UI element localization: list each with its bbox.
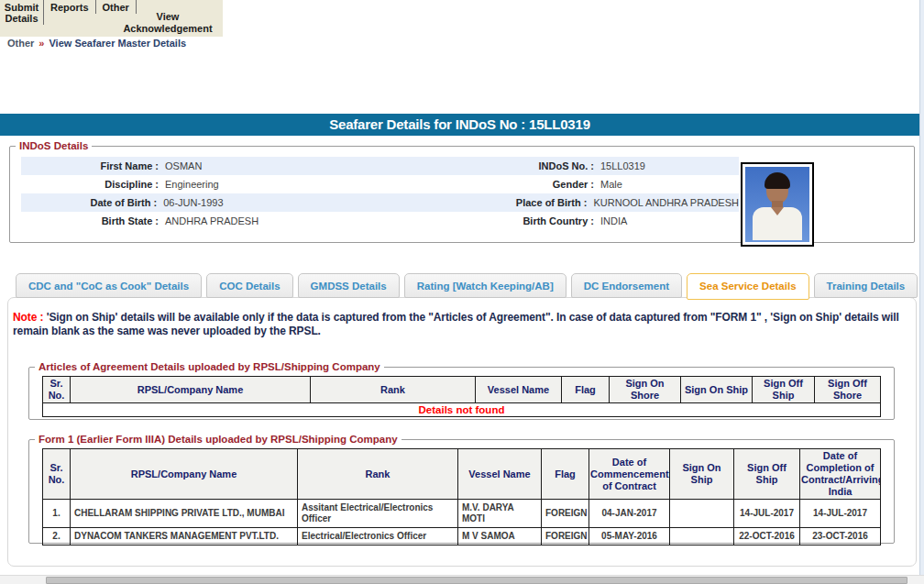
col-header-sign-on-shore: Sign On Shore <box>610 377 681 403</box>
completion-cell: 14-JUL-2017 <box>800 500 881 528</box>
form1-table-wrap: Sr. No. RPSL/Company Name Rank Vessel Na… <box>42 448 881 545</box>
tab-gmdss-details[interactable]: GMDSS Details <box>298 273 400 298</box>
flag-cell: FOREIGN <box>542 500 589 528</box>
horizontal-scrollbar-thumb[interactable] <box>46 577 908 584</box>
top-menu-bar: Submit Details Reports Other View Acknow… <box>0 0 223 37</box>
detail-row: Date of Birth : 06-JUN-1993 Place of Bir… <box>21 193 739 212</box>
breadcrumb-separator-icon: » <box>38 38 44 49</box>
col-header-sr-no: Sr. No. <box>43 449 71 500</box>
commencement-cell: 04-JAN-2017 <box>589 500 670 528</box>
sr-no-cell: 2. <box>43 528 71 545</box>
sign-off-ship-cell: 22-OCT-2016 <box>734 528 800 545</box>
articles-of-agreement-fieldset: Articles of Agreement Details uploaded b… <box>28 361 895 420</box>
first-name-value: OSMAN <box>163 157 461 175</box>
col-header-rank: Rank <box>298 449 458 500</box>
tab-sea-service-details[interactable]: Sea Service Details <box>687 273 809 300</box>
date-of-birth-label: Date of Birth : <box>21 193 161 212</box>
indos-details-legend: INDoS Details <box>16 140 92 151</box>
gender-value: Male <box>599 175 739 193</box>
sign-off-ship-cell: 14-JUL-2017 <box>734 500 800 528</box>
col-header-sign-off-ship: Sign Off Ship <box>734 449 800 500</box>
col-header-sign-off-ship: Sign Off Ship <box>753 377 815 403</box>
birth-country-label: Birth Country : <box>461 212 599 230</box>
place-of-birth-value: KURNOOL ANDHRA PRADESH <box>591 193 739 212</box>
articles-table-wrap: Sr. No. RPSL/Company Name Rank Vessel Na… <box>42 376 881 417</box>
indos-no-label: INDoS No. : <box>461 157 599 175</box>
empty-result-row: Details not found <box>43 403 881 417</box>
col-header-sign-on-ship: Sign On Ship <box>681 377 753 403</box>
tab-rating-watch-keeping-ab[interactable]: Rating [Watch Keeping/AB] <box>404 273 566 298</box>
commencement-cell: 05-MAY-2016 <box>589 528 670 545</box>
sea-service-tab-panel: Note : 'Sign on Ship' details will be av… <box>7 297 917 567</box>
indos-details-fieldset: INDoS Details First Name : OSMAN INDoS N… <box>9 140 915 243</box>
rank-cell: Electrical/Electronics Officer <box>298 528 458 545</box>
breadcrumb-other-link[interactable]: Other <box>7 38 34 49</box>
col-header-rpsl-company-name: RPSL/Company Name <box>71 377 311 403</box>
sr-no-cell: 1. <box>43 500 71 528</box>
horizontal-scrollbar[interactable] <box>0 575 924 584</box>
col-header-sign-off-shore: Sign Off Shore <box>815 377 881 403</box>
breadcrumb-current-page: View Seafarer Master Details <box>49 38 186 49</box>
birth-state-value: ANDHRA PRADESH <box>163 212 461 230</box>
note-body: 'Sign on Ship' details will be available… <box>13 311 899 337</box>
form1-fieldset: Form 1 (Earlier Form IIIA) Details uploa… <box>28 434 895 544</box>
photo-hair-shape <box>764 172 790 189</box>
discipline-value: Engineering <box>163 175 461 193</box>
table-row: 2. DYNACOM TANKERS MANAGEMENT PVT.LTD. E… <box>43 528 881 545</box>
col-header-vessel-name: Vessel Name <box>476 377 562 403</box>
vessel-cell: M V SAMOA <box>458 528 542 545</box>
tab-coc-details[interactable]: COC Details <box>206 273 292 298</box>
menu-item-reports[interactable]: Reports <box>44 0 96 14</box>
table-header-row: Sr. No. RPSL/Company Name Rank Vessel Na… <box>43 449 881 500</box>
gender-label: Gender : <box>461 175 599 193</box>
tab-bar: CDC and "CoC as Cook" Details COC Detail… <box>16 273 918 298</box>
page-title: Seafarer Details for INDoS No : 15LL0319 <box>0 114 919 136</box>
col-header-rpsl-company-name: RPSL/Company Name <box>71 449 298 500</box>
note-text: Note : 'Sign on Ship' details will be av… <box>13 311 909 338</box>
flag-cell: FOREIGN <box>542 528 589 545</box>
col-header-rank: Rank <box>311 377 476 403</box>
first-name-label: First Name : <box>21 157 163 175</box>
rank-cell: Assitant Electrical/Electronics Officer <box>298 500 458 528</box>
col-header-sr-no: Sr. No. <box>43 377 71 403</box>
tab-dc-endorsement[interactable]: DC Endorsement <box>571 273 682 298</box>
sign-on-ship-cell <box>670 500 734 528</box>
company-cell: CHELLARAM SHIPPING PRIVATE LTD., MUMBAI <box>71 500 298 528</box>
col-header-flag: Flag <box>542 449 589 500</box>
articles-of-agreement-legend: Articles of Agreement Details uploaded b… <box>35 361 384 372</box>
table-row: 1. CHELLARAM SHIPPING PRIVATE LTD., MUMB… <box>43 500 881 528</box>
detail-row: Discipline : Engineering Gender : Male <box>21 175 739 193</box>
detail-row: Birth State : ANDHRA PRADESH Birth Count… <box>21 212 739 230</box>
completion-cell: 23-OCT-2016 <box>800 528 881 545</box>
menu-item-view-acknowledgement[interactable]: View Acknowledgement <box>114 11 222 35</box>
vessel-cell: M.V. DARYA MOTI <box>458 500 542 528</box>
col-header-date-of-commencement: Date of Commencement of Contract <box>589 449 670 500</box>
date-of-birth-value: 06-JUN-1993 <box>161 193 456 212</box>
form1-legend: Form 1 (Earlier Form IIIA) Details uploa… <box>35 434 402 445</box>
details-not-found-message: Details not found <box>43 403 881 417</box>
col-header-sign-on-ship: Sign On Ship <box>670 449 734 500</box>
photo-background <box>745 167 809 242</box>
discipline-label: Discipline : <box>21 175 163 193</box>
birth-state-label: Birth State : <box>21 212 163 230</box>
detail-row: First Name : OSMAN INDoS No. : 15LL0319 <box>21 157 739 175</box>
tab-training-details[interactable]: Training Details <box>814 273 918 298</box>
col-header-date-of-completion: Date of Completion of Contract/Arriving … <box>800 449 881 500</box>
menu-item-submit-details[interactable]: Submit Details <box>0 0 44 25</box>
company-cell: DYNACOM TANKERS MANAGEMENT PVT.LTD. <box>71 528 298 545</box>
seafarer-photo <box>741 162 814 247</box>
place-of-birth-label: Place of Birth : <box>456 193 591 212</box>
form1-table: Sr. No. RPSL/Company Name Rank Vessel Na… <box>42 448 881 545</box>
tab-cdc-coc-as-cook-details[interactable]: CDC and "CoC as Cook" Details <box>16 273 202 298</box>
sign-on-ship-cell <box>670 528 734 545</box>
table-header-row: Sr. No. RPSL/Company Name Rank Vessel Na… <box>43 377 881 403</box>
col-header-vessel-name: Vessel Name <box>458 449 542 500</box>
breadcrumb: Other»View Seafarer Master Details <box>7 38 186 49</box>
indos-no-value: 15LL0319 <box>599 157 739 175</box>
indos-details-table: First Name : OSMAN INDoS No. : 15LL0319 … <box>21 157 739 230</box>
col-header-flag: Flag <box>562 377 610 403</box>
page-right-edge <box>919 0 924 575</box>
articles-table: Sr. No. RPSL/Company Name Rank Vessel Na… <box>42 376 881 417</box>
birth-country-value: INDIA <box>599 212 739 230</box>
note-prefix: Note : <box>13 311 43 324</box>
